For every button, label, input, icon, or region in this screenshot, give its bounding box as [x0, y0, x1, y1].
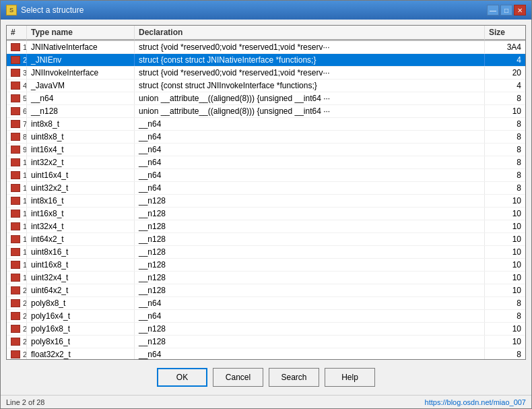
row-type-name: poly8x8_t	[27, 297, 135, 309]
row-type-name: int64x2_t	[27, 233, 135, 245]
maximize-button[interactable]: □	[500, 5, 512, 15]
row-type-name: uint32x2_t	[27, 182, 135, 194]
table-row[interactable]: 1JNINativeInterfacestruct {void *reserve…	[7, 41, 525, 54]
row-size: 10	[485, 233, 525, 245]
ok-button[interactable]: OK	[157, 368, 207, 387]
line-info: Line 2 of 28	[6, 398, 45, 406]
row-declaration: __n128	[135, 272, 485, 284]
help-button[interactable]: Help	[325, 368, 375, 387]
table-row[interactable]: 11uint16x4_t__n648	[7, 169, 525, 182]
row-type-name: int16x8_t	[27, 208, 135, 220]
row-icon	[11, 274, 20, 282]
table-row[interactable]: 23poly16x8_t__n12810	[7, 323, 525, 336]
row-icon	[11, 184, 20, 192]
table-row[interactable]: 18uint16x8_t__n12810	[7, 259, 525, 272]
row-type-name: uint16x8_t	[27, 259, 135, 271]
row-type-name: int16x4_t	[27, 144, 135, 156]
row-declaration: __n128	[135, 323, 485, 335]
row-declaration: __n128	[135, 246, 485, 258]
row-type-name: poly8x16_t	[27, 336, 135, 348]
row-declaration: __n128	[135, 259, 485, 271]
row-type-name: __n64	[27, 92, 135, 104]
search-button[interactable]: Search	[269, 368, 319, 387]
row-size: 8	[485, 118, 525, 130]
table-row[interactable]: 12uint32x2_t__n648	[7, 182, 525, 195]
row-type-name: int8x16_t	[27, 195, 135, 207]
window-title: Select a structure	[21, 5, 84, 15]
row-size: 10	[485, 284, 525, 296]
table-row[interactable]: 2_JNIEnvstruct {const struct JNINativeIn…	[7, 54, 525, 67]
col-type: Type name	[27, 26, 135, 40]
select-structure-dialog: S Select a structure — □ ✕ # Type name D…	[0, 0, 532, 409]
row-type-name: int8x8_t	[27, 118, 135, 130]
row-type-name: JNINativeInterface	[27, 41, 135, 53]
table-row[interactable]: 17uint8x16_t__n12810	[7, 246, 525, 259]
row-declaration: struct {void *reserved0;void *reserved1;…	[135, 41, 485, 53]
table-row[interactable]: 3JNIInvokeInterfacestruct {void *reserve…	[7, 67, 525, 80]
row-declaration: __n128	[135, 233, 485, 245]
row-declaration: __n64	[135, 118, 485, 130]
row-type-name: _JNIEnv	[27, 54, 135, 66]
table-row[interactable]: 16int64x2_t__n12810	[7, 233, 525, 246]
table-row[interactable]: 9int16x4_t__n648	[7, 144, 525, 156]
row-icon	[11, 158, 20, 166]
row-type-name: _JavaVM	[27, 80, 135, 92]
row-size: 10	[485, 323, 525, 335]
row-size: 8	[485, 131, 525, 143]
row-declaration: union __attribute__((aligned(8))) {unsig…	[135, 105, 485, 117]
table-row[interactable]: 21poly8x8_t__n648	[7, 297, 525, 310]
row-type-name: uint16x4_t	[27, 169, 135, 181]
table-row[interactable]: 4_JavaVMstruct {const struct JNIInvokeIn…	[7, 80, 525, 92]
row-size: 20	[485, 67, 525, 79]
table-header: # Type name Declaration Size	[7, 26, 525, 41]
row-icon	[11, 82, 20, 90]
row-declaration: __n128	[135, 336, 485, 348]
table-row[interactable]: 10int32x2_t__n648	[7, 156, 525, 169]
close-button[interactable]: ✕	[514, 5, 526, 15]
row-type-name: uint32x4_t	[27, 272, 135, 284]
cancel-button[interactable]: Cancel	[213, 368, 263, 387]
row-icon	[11, 146, 20, 154]
table-row[interactable]: 24poly8x16_t__n12810	[7, 336, 525, 348]
row-declaration: struct {const struct JNINativeInterface …	[135, 54, 485, 66]
row-type-name: uint8x8_t	[27, 131, 135, 143]
table-row[interactable]: 8uint8x8_t__n648	[7, 131, 525, 144]
row-declaration: __n128	[135, 284, 485, 296]
window-content: # Type name Declaration Size 1JNINativeI…	[1, 20, 531, 395]
status-link[interactable]: https://blog.osdn.net/miao_007	[425, 398, 526, 406]
table-row[interactable]: 15int32x4_t__n12810	[7, 220, 525, 233]
row-size: 8	[485, 169, 525, 181]
table-row[interactable]: 20uint64x2_t__n12810	[7, 284, 525, 297]
row-size: 8	[485, 348, 525, 359]
row-type-name: poly16x8_t	[27, 323, 135, 335]
table-row[interactable]: 19uint32x4_t__n12810	[7, 272, 525, 284]
table-row[interactable]: 14int16x8_t__n12810	[7, 208, 525, 220]
table-body[interactable]: 1JNINativeInterfacestruct {void *reserve…	[7, 41, 525, 359]
button-bar: OK Cancel Search Help	[6, 365, 526, 389]
row-size: 10	[485, 220, 525, 232]
table-row[interactable]: 7int8x8_t__n648	[7, 118, 525, 131]
col-size: Size	[485, 26, 525, 40]
row-size: 8	[485, 182, 525, 194]
row-size: 10	[485, 195, 525, 207]
table-row[interactable]: 22poly16x4_t__n648	[7, 310, 525, 323]
row-type-name: int32x2_t	[27, 156, 135, 168]
row-icon	[11, 248, 20, 256]
table-row[interactable]: 25float32x2_t__n648	[7, 348, 525, 359]
table-row[interactable]: 6__n128union __attribute__((aligned(8)))…	[7, 105, 525, 118]
title-buttons: — □ ✕	[487, 5, 526, 15]
row-declaration: __n128	[135, 220, 485, 232]
status-bar: Line 2 of 28 https://blog.osdn.net/miao_…	[1, 395, 531, 408]
row-size: 10	[485, 208, 525, 220]
row-icon	[11, 286, 20, 294]
row-declaration: __n64	[135, 144, 485, 156]
row-size: 8	[485, 310, 525, 322]
row-type-name: poly16x4_t	[27, 310, 135, 322]
row-icon	[11, 171, 20, 179]
row-icon	[11, 69, 20, 77]
row-declaration: __n128	[135, 195, 485, 207]
table-row[interactable]: 5__n64union __attribute__((aligned(8))) …	[7, 92, 525, 105]
row-icon	[11, 94, 20, 102]
table-row[interactable]: 13int8x16_t__n12810	[7, 195, 525, 208]
minimize-button[interactable]: —	[487, 5, 499, 15]
